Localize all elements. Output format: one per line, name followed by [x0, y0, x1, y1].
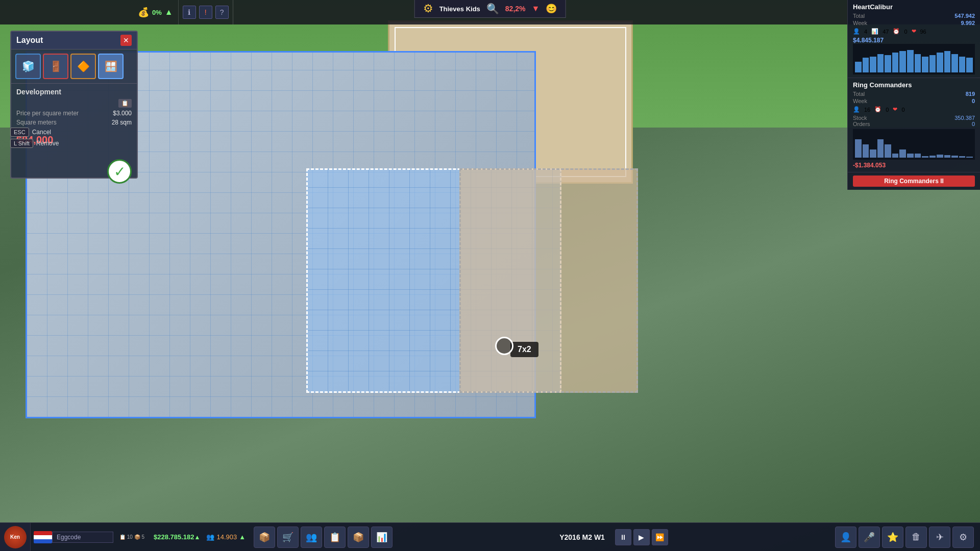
hc-clock-value: 0: [904, 29, 907, 35]
dimension-circle: [495, 337, 513, 355]
rc-orders-value: 0: [972, 121, 975, 127]
rc-bar-12: [937, 155, 943, 158]
profile-button[interactable]: 👤: [835, 527, 856, 548]
rating-value: 82,2%: [505, 5, 526, 13]
rc-bar-9: [915, 154, 921, 158]
rc-bar-11: [929, 156, 936, 158]
logo-circle: Ken: [4, 526, 27, 548]
toolbar-package-icon[interactable]: 📦: [348, 527, 369, 548]
rc-bar-1: [855, 139, 862, 158]
square-meters-row: Square meters 28 sqm: [16, 119, 132, 126]
layout-icon-cube[interactable]: 🧊: [15, 54, 41, 79]
toolbar-chart-icon[interactable]: 📊: [371, 527, 393, 548]
heart-icon: ❤: [912, 28, 916, 35]
chart-bar-10: [922, 57, 928, 72]
hc-week-value: 9.992: [961, 20, 975, 26]
hc-heart-count: 96: [920, 29, 926, 35]
layout-icon-window[interactable]: 🪟: [98, 54, 124, 79]
rating-icon: 😊: [546, 3, 557, 14]
heartcalibur-total-row: Total 547.942: [853, 13, 975, 19]
game-title-bar: ⚙ Thieves Kids 🔍 82,2% ▼ 😊: [414, 0, 566, 18]
search-icon[interactable]: 🔍: [486, 3, 499, 15]
game-title-area: ⚙ Thieves Kids 🔍 82,2% ▼ 😊: [414, 0, 566, 18]
rc-orders-row: Orders 0: [853, 121, 975, 127]
rc-bar-5: [885, 144, 891, 158]
price-per-sqm-row: Price per square meter $3.000: [16, 110, 132, 117]
rc-week-label: Week: [853, 98, 867, 104]
star-button[interactable]: ⭐: [882, 527, 903, 548]
hc-staff-count: 4: [864, 29, 867, 35]
flight-button[interactable]: ✈: [929, 527, 950, 548]
square-meters-value: 28 sqm: [112, 119, 132, 126]
rc-chart: [853, 129, 975, 160]
esc-action: Cancel: [32, 129, 51, 136]
top-hud: 💰 0% ▲ ⚙ Thieves Kids 🔍 82,2% ▼ 😊 ℹ ! ?: [0, 0, 980, 24]
chart-bar-16: [966, 58, 973, 72]
layout-icon-door-red[interactable]: 🚪: [43, 54, 68, 79]
bottom-center: Y2016 M2 W1 ⏸ ▶ ⏩: [559, 529, 668, 545]
rating-arrow: ▼: [532, 4, 540, 13]
layout-section-title: Development: [16, 88, 132, 96]
help-button[interactable]: ?: [215, 6, 229, 19]
chart-bar-7: [899, 51, 906, 72]
person-icon: 👤: [853, 28, 860, 35]
fast-forward-button[interactable]: ⏩: [652, 529, 668, 545]
toolbar-box-icon[interactable]: 📦: [254, 527, 275, 548]
game-title: Thieves Kids: [439, 5, 480, 13]
layout-panel: Layout ✕ 🧊 🚪 🔶 🪟 Development 📋 Price per…: [10, 31, 138, 179]
rc-stock-value: 350.387: [954, 115, 975, 121]
ring-commanders-panel: Ring Commanders Total 819 Week 0 👤 16 ⏰ …: [848, 78, 980, 172]
ring-commanders-ii-button[interactable]: Ring Commanders II: [853, 176, 975, 187]
company-name-input[interactable]: [52, 532, 113, 543]
heartcalibur-panel: HeartCalibur Total 547.942 Week 9.992 👤 …: [848, 0, 980, 78]
bottom-toolbar-icons: 📦 🛒 👥 📋 📦 📊: [254, 527, 393, 548]
info-button[interactable]: ℹ: [183, 6, 196, 19]
layout-icon-door-orange[interactable]: 🔶: [70, 54, 96, 79]
rc-total-value: 819: [966, 91, 975, 97]
microphone-button[interactable]: 🎤: [859, 527, 880, 548]
dimension-indicator: 7x2: [510, 342, 538, 357]
alert-button[interactable]: !: [199, 6, 212, 19]
esc-hint: ESC Cancel: [10, 128, 59, 137]
delete-button[interactable]: 🗑: [905, 527, 927, 548]
layout-development-section: Development 📋 Price per square meter $3.…: [11, 83, 137, 132]
hc-total-value: 547.942: [954, 13, 975, 19]
pause-button[interactable]: ⏸: [615, 529, 631, 545]
hc-week-label: Week: [853, 20, 867, 26]
toolbar-cart-icon[interactable]: 🛒: [277, 527, 299, 548]
heartcalibur-chart: [853, 44, 975, 74]
rc-bar-16: [966, 157, 973, 158]
price-per-sqm-label: Price per square meter: [16, 110, 79, 117]
country-flag: [34, 531, 52, 543]
rc-week-value: 0: [972, 98, 975, 104]
rc-heart-icon: ❤: [893, 106, 897, 113]
price-per-sqm-value: $3.000: [113, 110, 132, 117]
rc-bar-14: [951, 156, 958, 158]
rc-icons-row: 👤 16 ⏰ 0 ❤ 0: [853, 106, 975, 113]
expansion-beige-area: [459, 168, 638, 393]
rc-bar-4: [877, 139, 884, 158]
toolbar-clipboard-icon[interactable]: 📋: [324, 527, 346, 548]
settings-button[interactable]: ⚙: [952, 527, 974, 548]
rc-stock-row: Stock 350.387: [853, 115, 975, 121]
company-logo: Ken: [0, 523, 31, 552]
esc-key: ESC: [10, 128, 29, 137]
hc-total-label: Total: [853, 13, 865, 19]
heartcalibur-name: HeartCalibur: [853, 3, 975, 11]
game-viewport: 7x2: [0, 0, 980, 551]
toolbar-people-icon[interactable]: 👥: [301, 527, 322, 548]
info-section: ℹ ! ?: [179, 0, 233, 24]
play-button[interactable]: ▶: [633, 529, 650, 545]
rc-total-label: Total: [853, 91, 865, 97]
chart-bar-6: [892, 53, 899, 72]
chart-bar-8: [907, 50, 914, 72]
rc-bar-15: [959, 156, 966, 158]
confirm-button[interactable]: ✓: [107, 159, 132, 184]
chart-bar-15: [959, 57, 966, 72]
money-stat: 💰 0% ▲: [133, 0, 179, 24]
rc-person-icon: 👤: [853, 106, 860, 113]
chart-bar-2: [863, 58, 869, 72]
layout-close-button[interactable]: ✕: [120, 35, 132, 46]
layout-icons-row: 🧊 🚪 🔶 🪟: [11, 49, 137, 83]
chart-bar-12: [937, 53, 943, 72]
